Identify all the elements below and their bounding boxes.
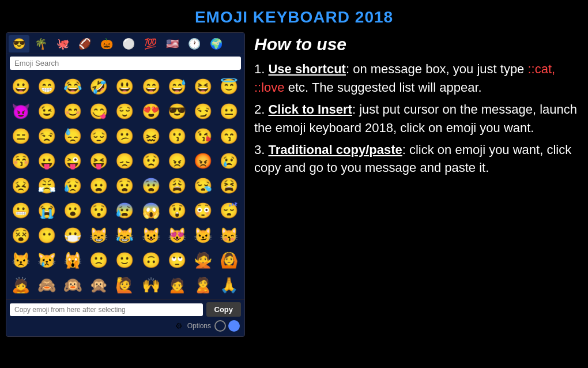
emoji-cell[interactable]: 😟 [139, 149, 163, 173]
emoji-cell[interactable]: 🙊 [86, 273, 111, 297]
emoji-cell[interactable]: 😗 [165, 124, 189, 148]
emoji-cell[interactable]: 😈 [9, 99, 33, 123]
emoji-cell[interactable]: 😻 [165, 223, 189, 247]
emoji-cell[interactable]: 🙋 [112, 273, 137, 297]
copy-button[interactable]: Copy [206, 302, 242, 317]
emoji-cell[interactable]: 🙍 [165, 273, 189, 297]
emoji-cell[interactable]: 😎 [165, 99, 189, 123]
emoji-cell[interactable]: 🙉 [61, 273, 85, 297]
emoji-cell[interactable]: 😥 [61, 174, 85, 198]
emoji-cell[interactable]: 😁 [35, 74, 59, 99]
instructions-text: 1. Use shortcut: on message box, you jus… [254, 60, 582, 177]
emoji-cell[interactable]: 😽 [217, 223, 241, 247]
emoji-cell[interactable]: 😨 [139, 174, 163, 198]
emoji-cell[interactable]: 😳 [191, 198, 215, 223]
emoji-cell[interactable]: 😙 [217, 124, 241, 148]
toggle-off[interactable] [214, 320, 226, 332]
emoji-cell[interactable]: 🙄 [165, 248, 189, 272]
emoji-cell[interactable]: 😠 [165, 149, 189, 173]
emoji-cell[interactable]: 😿 [35, 248, 59, 272]
category-btn-globe[interactable]: 🌍 [206, 35, 227, 52]
emoji-cell[interactable]: 😔 [86, 124, 111, 148]
emoji-cell[interactable]: 🙅 [191, 248, 215, 272]
emoji-cell[interactable]: 😄 [139, 74, 163, 99]
emoji-cell[interactable]: 🙂 [112, 248, 137, 272]
emoji-cell[interactable]: 😮 [61, 198, 85, 223]
search-input[interactable] [10, 57, 241, 70]
emoji-cell[interactable]: 😆 [191, 74, 215, 99]
category-btn-clock[interactable]: 🕐 [184, 35, 205, 52]
emoji-cell[interactable]: 😸 [86, 223, 111, 247]
step2-label: Click to Insert [268, 102, 352, 117]
emoji-cell[interactable]: 😚 [9, 149, 33, 173]
emoji-cell[interactable]: 😡 [191, 149, 215, 173]
emoji-cell[interactable]: 😯 [86, 198, 111, 223]
emoji-cell[interactable]: 😶 [35, 223, 59, 247]
emoji-cell[interactable]: 🙈 [35, 273, 59, 297]
category-btn-smileys[interactable]: 😎 [9, 35, 29, 52]
emoji-cell[interactable]: 😫 [217, 174, 241, 198]
category-btn-numbers[interactable]: 💯 [140, 35, 161, 52]
emoji-cell[interactable]: 😘 [191, 124, 215, 148]
emoji-cell[interactable]: 🙁 [86, 248, 111, 272]
emoji-cell[interactable]: 😍 [139, 99, 163, 123]
emoji-cell[interactable]: 😱 [139, 198, 163, 223]
emoji-cell[interactable]: 😦 [86, 174, 111, 198]
emoji-cell[interactable]: 😑 [9, 124, 33, 148]
step1-cat: ::cat, [527, 62, 555, 76]
emoji-cell[interactable]: 🤣 [86, 74, 111, 99]
category-btn-flags[interactable]: 🇺🇸 [162, 35, 183, 52]
emoji-cell[interactable]: 🙇 [9, 273, 33, 297]
emoji-cell[interactable]: 😒 [35, 124, 59, 148]
emoji-cell[interactable]: 😞 [112, 149, 137, 173]
emoji-cell[interactable]: 😧 [112, 174, 137, 198]
emoji-cell[interactable]: 🙏 [217, 273, 241, 297]
emoji-cell[interactable]: 😹 [112, 223, 137, 247]
emoji-cell[interactable]: 😕 [112, 124, 137, 148]
category-btn-nature[interactable]: 🌴 [31, 35, 51, 52]
emoji-cell[interactable]: 😺 [139, 223, 163, 247]
category-btn-animals[interactable]: 🐙 [52, 35, 73, 52]
emoji-cell[interactable]: 😬 [9, 198, 33, 223]
toggle-on[interactable] [228, 320, 240, 332]
emoji-cell[interactable]: 😋 [86, 99, 111, 123]
category-btn-symbols[interactable]: ⚪ [118, 35, 139, 52]
emoji-cell[interactable]: 🙌 [139, 273, 163, 297]
emoji-cell[interactable]: 😌 [112, 99, 137, 123]
emoji-cell[interactable]: 😲 [165, 198, 189, 223]
emoji-cell[interactable]: 😰 [112, 198, 137, 223]
emoji-cell[interactable]: 😇 [217, 74, 241, 99]
emoji-cell[interactable]: 😵 [9, 223, 33, 247]
copy-emoji-input[interactable] [10, 303, 203, 316]
emoji-cell[interactable]: 😷 [61, 223, 85, 247]
emoji-cell[interactable]: 🙃 [139, 248, 163, 272]
emoji-cell[interactable]: 😓 [61, 124, 85, 148]
emoji-cell[interactable]: 😅 [165, 74, 189, 99]
emoji-cell[interactable]: 😃 [112, 74, 137, 99]
emoji-cell[interactable]: 😐 [217, 99, 241, 123]
emoji-cell[interactable]: 😢 [217, 149, 241, 173]
category-btn-sports[interactable]: 🏈 [74, 35, 95, 52]
emoji-cell[interactable]: 😪 [191, 174, 215, 198]
emoji-cell[interactable]: 🙆 [217, 248, 241, 272]
emoji-cell[interactable]: 😝 [86, 149, 111, 173]
emoji-cell[interactable]: 😣 [9, 174, 33, 198]
emoji-cell[interactable]: 😾 [9, 248, 33, 272]
emoji-cell[interactable]: 😂 [61, 74, 85, 99]
emoji-cell[interactable]: 😛 [35, 149, 59, 173]
emoji-cell[interactable]: 😴 [217, 198, 241, 223]
emoji-cell[interactable]: 😀 [9, 74, 33, 99]
emoji-cell[interactable]: 😜 [61, 149, 85, 173]
emoji-cell[interactable]: 😭 [35, 198, 59, 223]
emoji-cell[interactable]: 😩 [165, 174, 189, 198]
copy-bar: Copy [6, 299, 244, 319]
emoji-cell[interactable]: 😏 [191, 99, 215, 123]
emoji-cell[interactable]: 🙎 [191, 273, 215, 297]
emoji-cell[interactable]: 😤 [35, 174, 59, 198]
emoji-cell[interactable]: 😼 [191, 223, 215, 247]
emoji-cell[interactable]: 😊 [61, 99, 85, 123]
emoji-cell[interactable]: 🙀 [61, 248, 85, 272]
emoji-cell[interactable]: 😖 [139, 124, 163, 148]
emoji-cell[interactable]: 😉 [35, 99, 59, 123]
category-btn-halloween[interactable]: 🎃 [96, 35, 117, 52]
